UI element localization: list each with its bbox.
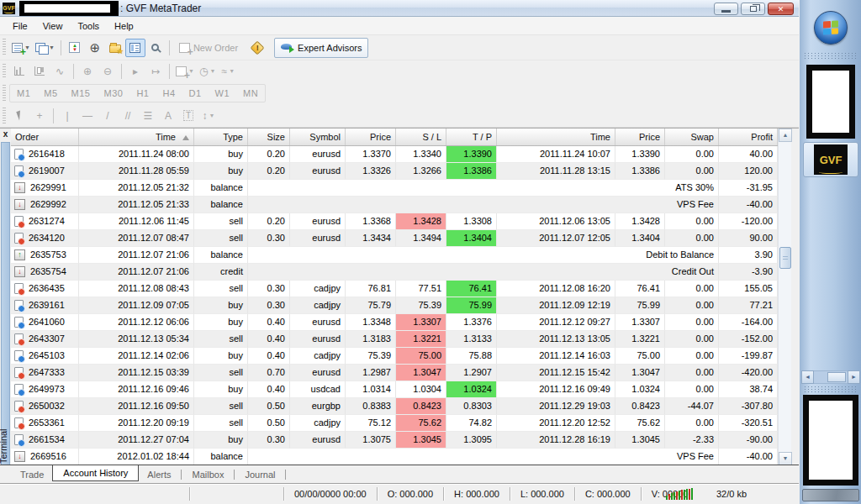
zoom-in-button[interactable]: ⊕: [77, 62, 98, 81]
menu-help[interactable]: Help: [107, 18, 141, 34]
taskbar-grip[interactable]: [805, 386, 856, 392]
templates-dropdown-button[interactable]: ≈▼: [218, 62, 238, 81]
taskbar-tray-button[interactable]: [802, 489, 859, 501]
market-watch-button[interactable]: ▲▼: [65, 39, 85, 57]
scroll-right-button[interactable]: ►: [848, 370, 860, 384]
column-header-symbol[interactable]: Symbol: [290, 129, 346, 145]
taskbar-thumbnail-1[interactable]: [806, 65, 855, 139]
text-button[interactable]: A: [158, 107, 178, 125]
terminal-close-button[interactable]: x: [1, 129, 10, 139]
taskbar-scrollbar[interactable]: ◄ ►: [801, 370, 860, 384]
timeframe-mn-button[interactable]: MN: [236, 86, 265, 101]
table-row[interactable]: 26410602011.12.12 06:06buy0.40eurusd1.33…: [11, 314, 778, 331]
table-row[interactable]: 26312742011.12.06 11:45sell0.20eurusd1.3…: [11, 213, 778, 230]
column-header-type[interactable]: Type: [194, 129, 248, 145]
table-row[interactable]: ↓26695162012.01.02 18:44balanceVPS Fee-4…: [11, 449, 778, 465]
column-header-sl[interactable]: S / L: [396, 129, 446, 145]
menu-tools[interactable]: Tools: [70, 18, 107, 34]
timeframe-w1-button[interactable]: W1: [209, 86, 237, 101]
channel-button[interactable]: //: [118, 107, 138, 125]
new-order-button[interactable]: + New Order: [173, 39, 244, 57]
column-header-open-time[interactable]: Time: [79, 129, 194, 145]
data-window-button[interactable]: ⊕: [85, 39, 105, 57]
periods-dropdown-button[interactable]: ◷▼: [197, 62, 218, 81]
auto-scroll-button[interactable]: ▸: [125, 62, 145, 81]
table-row[interactable]: 26341202011.12.07 08:47sell0.30eurusd1.3…: [11, 230, 778, 247]
taskbar-grip[interactable]: [805, 53, 856, 59]
tab-account-history[interactable]: Account History: [52, 465, 139, 481]
table-row[interactable]: 26391612011.12.09 07:05buy0.30cadjpy75.7…: [11, 297, 778, 314]
vertical-line-button[interactable]: |: [57, 107, 77, 125]
taskbar-scroll-thumb[interactable]: [827, 372, 846, 382]
column-header-swap[interactable]: Swap: [665, 129, 719, 145]
tab-journal[interactable]: Journal: [236, 468, 283, 481]
toolbar-grip[interactable]: [3, 85, 6, 101]
taskbar-gvf-button[interactable]: GVF: [803, 142, 858, 177]
timeframe-m1-button[interactable]: M1: [10, 86, 37, 101]
start-button[interactable]: [814, 11, 848, 45]
new-chart-button[interactable]: +▼: [9, 39, 33, 57]
taskbar-thumbnail-2[interactable]: [803, 395, 858, 486]
timeframe-h1-button[interactable]: H1: [129, 86, 156, 101]
restore-button[interactable]: [741, 3, 765, 15]
timeframe-m30-button[interactable]: M30: [97, 86, 129, 101]
metaeditor-button[interactable]: !: [247, 39, 267, 57]
column-header-open-price[interactable]: Price: [346, 129, 396, 145]
table-row[interactable]: 26451032011.12.14 02:06buy0.40cadjpy75.3…: [11, 348, 778, 365]
arrows-button[interactable]: ↕▼: [198, 107, 219, 125]
tab-mailbox[interactable]: Mailbox: [183, 468, 232, 481]
table-row[interactable]: 26499732011.12.16 09:46buy0.40usdcad1.03…: [11, 381, 778, 398]
table-row[interactable]: 26615342011.12.27 07:04buy0.30eurusd1.30…: [11, 432, 778, 449]
taskbar-scroll-track[interactable]: [814, 370, 848, 384]
zoom-out-button[interactable]: ⊖: [98, 62, 118, 81]
vertical-scrollbar[interactable]: ▲ ▼: [778, 129, 791, 465]
terminal-button[interactable]: [125, 39, 145, 57]
fibonacci-button[interactable]: ☰: [138, 107, 158, 125]
text-label-button[interactable]: T: [178, 107, 198, 125]
table-row[interactable]: 26500322011.12.16 09:50sell0.50eurgbp0.8…: [11, 398, 778, 415]
cursor-button[interactable]: [9, 107, 29, 125]
table-row[interactable]: ↑26357532011.12.07 21:06balanceDebit to …: [11, 247, 778, 264]
table-row[interactable]: 26433072011.12.13 05:34sell0.40eurusd1.3…: [11, 331, 778, 348]
table-row[interactable]: 26190072011.11.28 05:59buy0.20eurusd1.33…: [11, 163, 778, 180]
menu-file[interactable]: File: [5, 18, 35, 34]
close-button[interactable]: ✕: [768, 3, 794, 15]
expert-advisors-button[interactable]: Expert Advisors: [274, 38, 368, 58]
toolbar-grip[interactable]: [3, 108, 6, 123]
tab-alerts[interactable]: Alerts: [139, 468, 179, 481]
scrollbar-thumb[interactable]: [779, 247, 791, 269]
column-header-profit[interactable]: Profit: [719, 129, 778, 145]
timeframe-m5-button[interactable]: M5: [37, 86, 64, 101]
title-bar[interactable]: GVF : GVF MetaTrader ✕: [0, 0, 799, 17]
tab-trade[interactable]: Trade: [12, 468, 52, 481]
table-row[interactable]: 26164182011.11.24 08:00buy0.20eurusd1.33…: [11, 146, 778, 163]
scroll-left-button[interactable]: ◄: [801, 370, 814, 384]
timeframe-d1-button[interactable]: D1: [182, 86, 209, 101]
line-chart-button[interactable]: ∿: [50, 62, 70, 81]
horizontal-line-button[interactable]: —: [77, 107, 98, 125]
candlestick-button[interactable]: [29, 62, 50, 81]
table-row[interactable]: ↓26299912011.12.05 21:32balanceATS 30%-3…: [11, 180, 778, 197]
minimize-button[interactable]: [714, 3, 738, 15]
timeframe-h4-button[interactable]: H4: [156, 86, 182, 101]
chart-shift-button[interactable]: ↦: [145, 62, 166, 81]
scroll-up-button[interactable]: ▲: [779, 129, 792, 142]
column-header-order[interactable]: Order: [11, 129, 79, 145]
timeframe-m15-button[interactable]: M15: [65, 86, 98, 101]
strategy-tester-button[interactable]: [145, 39, 166, 57]
profiles-button[interactable]: ▼: [33, 39, 57, 57]
column-header-close-time[interactable]: Time: [497, 129, 615, 145]
table-row[interactable]: 26473332011.12.15 03:39sell0.70eurusd1.2…: [11, 365, 778, 381]
trendline-button[interactable]: /: [98, 107, 118, 125]
table-row[interactable]: 26364352011.12.08 08:43sell0.30cadjpy76.…: [11, 281, 778, 297]
column-header-size[interactable]: Size: [248, 129, 290, 145]
navigator-button[interactable]: ★: [105, 39, 125, 57]
bar-chart-button[interactable]: [9, 62, 29, 81]
new-chart-dropdown-button[interactable]: +▼: [173, 62, 197, 81]
crosshair-button[interactable]: +: [29, 107, 50, 125]
scroll-down-button[interactable]: ▼: [779, 452, 792, 465]
table-row[interactable]: 26533612011.12.20 09:19sell0.50cadjpy75.…: [11, 415, 778, 432]
column-header-tp[interactable]: T / P: [446, 129, 497, 145]
table-row[interactable]: ↓26357542011.12.07 21:06creditCredit Out…: [11, 264, 778, 281]
column-header-close-price[interactable]: Price: [615, 129, 665, 145]
